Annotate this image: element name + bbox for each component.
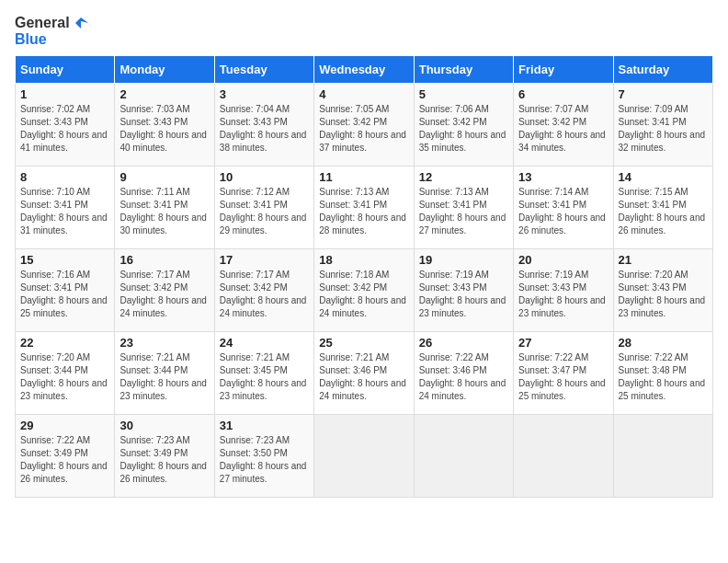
day-number: 25 (319, 336, 408, 350)
calendar-header-row: SundayMondayTuesdayWednesdayThursdayFrid… (16, 55, 713, 83)
day-number: 23 (119, 336, 209, 350)
cell-sunrise: Sunrise: 7:04 AMSunset: 3:43 PMDaylight:… (220, 104, 307, 153)
calendar-cell (314, 414, 414, 497)
cell-sunrise: Sunrise: 7:09 AMSunset: 3:41 PMDaylight:… (619, 104, 706, 153)
cell-sunrise: Sunrise: 7:13 AMSunset: 3:41 PMDaylight:… (419, 187, 506, 236)
day-number: 24 (220, 336, 309, 350)
calendar-cell: 12 Sunrise: 7:13 AMSunset: 3:41 PMDaylig… (414, 166, 513, 248)
day-number: 19 (419, 253, 508, 267)
day-number: 26 (419, 336, 508, 350)
cell-sunrise: Sunrise: 7:02 AMSunset: 3:43 PMDaylight:… (20, 104, 108, 153)
calendar-cell: 19 Sunrise: 7:19 AMSunset: 3:43 PMDaylig… (414, 248, 513, 331)
calendar-cell (414, 414, 513, 497)
calendar-cell: 31 Sunrise: 7:23 AMSunset: 3:50 PMDaylig… (214, 414, 313, 497)
weekday-header-wednesday: Wednesday (314, 55, 414, 83)
calendar-cell: 3 Sunrise: 7:04 AMSunset: 3:43 PMDayligh… (214, 83, 313, 166)
cell-sunrise: Sunrise: 7:20 AMSunset: 3:43 PMDaylight:… (619, 270, 706, 318)
calendar-cell: 30 Sunrise: 7:23 AMSunset: 3:49 PMDaylig… (115, 414, 214, 497)
logo-blue: Blue (15, 31, 47, 48)
page-header: General Blue (15, 15, 713, 48)
calendar-week-row: 1 Sunrise: 7:02 AMSunset: 3:43 PMDayligh… (16, 83, 713, 166)
weekday-header-friday: Friday (514, 55, 613, 83)
day-number: 7 (619, 87, 708, 101)
day-number: 31 (220, 419, 309, 432)
calendar-cell: 11 Sunrise: 7:13 AMSunset: 3:41 PMDaylig… (314, 166, 414, 248)
cell-sunrise: Sunrise: 7:14 AMSunset: 3:41 PMDaylight:… (518, 187, 606, 236)
calendar-cell: 24 Sunrise: 7:21 AMSunset: 3:45 PMDaylig… (214, 331, 313, 414)
day-number: 29 (20, 419, 109, 432)
day-number: 21 (619, 253, 708, 267)
calendar-cell: 9 Sunrise: 7:11 AMSunset: 3:41 PMDayligh… (115, 166, 214, 248)
cell-sunrise: Sunrise: 7:23 AMSunset: 3:49 PMDaylight:… (119, 435, 207, 484)
cell-sunrise: Sunrise: 7:21 AMSunset: 3:44 PMDaylight:… (119, 352, 207, 401)
calendar-week-row: 8 Sunrise: 7:10 AMSunset: 3:41 PMDayligh… (16, 166, 713, 248)
cell-sunrise: Sunrise: 7:21 AMSunset: 3:46 PMDaylight:… (319, 352, 406, 401)
cell-sunrise: Sunrise: 7:19 AMSunset: 3:43 PMDaylight:… (419, 270, 506, 318)
calendar-cell: 1 Sunrise: 7:02 AMSunset: 3:43 PMDayligh… (16, 83, 115, 166)
cell-sunrise: Sunrise: 7:16 AMSunset: 3:41 PMDaylight:… (20, 270, 108, 318)
day-number: 4 (319, 87, 408, 101)
day-number: 12 (419, 170, 508, 184)
cell-sunrise: Sunrise: 7:17 AMSunset: 3:42 PMDaylight:… (220, 270, 307, 318)
calendar-cell: 5 Sunrise: 7:06 AMSunset: 3:42 PMDayligh… (414, 83, 513, 166)
cell-sunrise: Sunrise: 7:23 AMSunset: 3:50 PMDaylight:… (220, 435, 307, 484)
cell-sunrise: Sunrise: 7:18 AMSunset: 3:42 PMDaylight:… (319, 270, 406, 318)
calendar-cell: 21 Sunrise: 7:20 AMSunset: 3:43 PMDaylig… (613, 248, 712, 331)
calendar-cell: 20 Sunrise: 7:19 AMSunset: 3:43 PMDaylig… (514, 248, 613, 331)
calendar-cell (613, 414, 712, 497)
logo: General Blue (15, 15, 88, 48)
cell-sunrise: Sunrise: 7:17 AMSunset: 3:42 PMDaylight:… (119, 270, 207, 318)
day-number: 11 (319, 170, 408, 184)
cell-sunrise: Sunrise: 7:07 AMSunset: 3:42 PMDaylight:… (518, 104, 606, 153)
day-number: 5 (419, 87, 508, 101)
cell-sunrise: Sunrise: 7:11 AMSunset: 3:41 PMDaylight:… (119, 187, 207, 236)
day-number: 9 (119, 170, 209, 184)
calendar-week-row: 15 Sunrise: 7:16 AMSunset: 3:41 PMDaylig… (16, 248, 713, 331)
calendar-cell (514, 414, 613, 497)
calendar-cell: 14 Sunrise: 7:15 AMSunset: 3:41 PMDaylig… (613, 166, 712, 248)
calendar-cell: 2 Sunrise: 7:03 AMSunset: 3:43 PMDayligh… (115, 83, 214, 166)
calendar-cell: 6 Sunrise: 7:07 AMSunset: 3:42 PMDayligh… (514, 83, 613, 166)
cell-sunrise: Sunrise: 7:15 AMSunset: 3:41 PMDaylight:… (619, 187, 706, 236)
day-number: 20 (518, 253, 608, 267)
cell-sunrise: Sunrise: 7:06 AMSunset: 3:42 PMDaylight:… (419, 104, 506, 153)
calendar-cell: 8 Sunrise: 7:10 AMSunset: 3:41 PMDayligh… (16, 166, 115, 248)
day-number: 30 (119, 419, 209, 432)
cell-sunrise: Sunrise: 7:20 AMSunset: 3:44 PMDaylight:… (20, 352, 108, 401)
day-number: 3 (220, 87, 309, 101)
cell-sunrise: Sunrise: 7:22 AMSunset: 3:47 PMDaylight:… (518, 352, 606, 401)
day-number: 18 (319, 253, 408, 267)
cell-sunrise: Sunrise: 7:05 AMSunset: 3:42 PMDaylight:… (319, 104, 406, 153)
logo-arrow-icon (72, 15, 88, 31)
calendar-week-row: 29 Sunrise: 7:22 AMSunset: 3:49 PMDaylig… (16, 414, 713, 497)
svg-marker-0 (75, 17, 88, 29)
cell-sunrise: Sunrise: 7:22 AMSunset: 3:48 PMDaylight:… (619, 352, 706, 401)
calendar-cell: 27 Sunrise: 7:22 AMSunset: 3:47 PMDaylig… (514, 331, 613, 414)
weekday-header-thursday: Thursday (414, 55, 513, 83)
day-number: 8 (20, 170, 109, 184)
cell-sunrise: Sunrise: 7:13 AMSunset: 3:41 PMDaylight:… (319, 187, 406, 236)
calendar-week-row: 22 Sunrise: 7:20 AMSunset: 3:44 PMDaylig… (16, 331, 713, 414)
day-number: 27 (518, 336, 608, 350)
day-number: 15 (20, 253, 109, 267)
calendar-cell: 22 Sunrise: 7:20 AMSunset: 3:44 PMDaylig… (16, 331, 115, 414)
cell-sunrise: Sunrise: 7:19 AMSunset: 3:43 PMDaylight:… (518, 270, 606, 318)
day-number: 17 (220, 253, 309, 267)
calendar-cell: 23 Sunrise: 7:21 AMSunset: 3:44 PMDaylig… (115, 331, 214, 414)
calendar-cell: 4 Sunrise: 7:05 AMSunset: 3:42 PMDayligh… (314, 83, 414, 166)
weekday-header-tuesday: Tuesday (214, 55, 313, 83)
cell-sunrise: Sunrise: 7:03 AMSunset: 3:43 PMDaylight:… (119, 104, 207, 153)
day-number: 13 (518, 170, 608, 184)
cell-sunrise: Sunrise: 7:12 AMSunset: 3:41 PMDaylight:… (220, 187, 307, 236)
day-number: 22 (20, 336, 109, 350)
logo-general: General (15, 15, 70, 31)
weekday-header-saturday: Saturday (613, 55, 712, 83)
cell-sunrise: Sunrise: 7:10 AMSunset: 3:41 PMDaylight:… (20, 187, 108, 236)
calendar-cell: 7 Sunrise: 7:09 AMSunset: 3:41 PMDayligh… (613, 83, 712, 166)
calendar-table: SundayMondayTuesdayWednesdayThursdayFrid… (15, 55, 713, 498)
calendar-body: 1 Sunrise: 7:02 AMSunset: 3:43 PMDayligh… (16, 83, 713, 497)
day-number: 6 (518, 87, 608, 101)
calendar-cell: 13 Sunrise: 7:14 AMSunset: 3:41 PMDaylig… (514, 166, 613, 248)
calendar-cell: 15 Sunrise: 7:16 AMSunset: 3:41 PMDaylig… (16, 248, 115, 331)
day-number: 28 (619, 336, 708, 350)
